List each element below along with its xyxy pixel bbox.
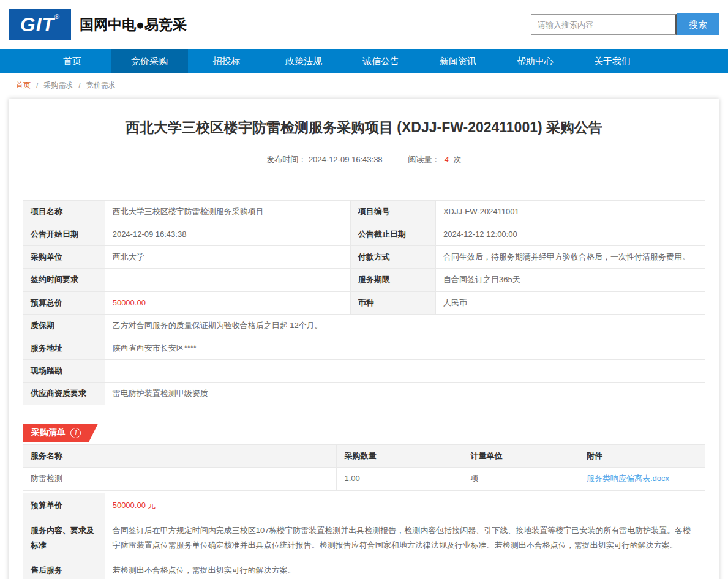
table-row: 现场踏勘 <box>23 359 705 382</box>
service-detail-table: 预算单价 50000.00 元 服务内容、要求及标准 合同签订后在甲方规定时间内… <box>23 493 705 579</box>
column-header-unit: 计量单位 <box>463 445 579 468</box>
info-value: XDJJ-FW-202411001 <box>435 201 705 223</box>
purchase-list-table: 服务名称 采购数量 计量单位 附件 防雷检测 1.00 项 服务类响应偏离表.d… <box>23 444 705 490</box>
info-label: 服务期限 <box>350 269 435 291</box>
dashed-divider <box>23 179 705 179</box>
info-value: 西北大学 <box>105 246 350 269</box>
info-label: 供应商资质要求 <box>23 383 105 405</box>
nav-item-home[interactable]: 首页 <box>34 49 111 73</box>
table-row: 服务内容、要求及标准 合同签订后在甲方规定时间内完成三校区107栋楼宇防雷装置检… <box>23 518 705 558</box>
info-label: 售后服务 <box>23 558 105 579</box>
table-row: 公告开始日期 2024-12-09 16:43:38 公告截止日期 2024-1… <box>23 223 705 246</box>
table-row: 采购单位 西北大学 付款方式 合同生效后，待服务期满并经甲方验收合格后，一次性付… <box>23 246 705 269</box>
table-row: 项目名称 西北大学三校区楼宇防雷检测服务采购项目 项目编号 XDJJ-FW-20… <box>23 201 705 223</box>
info-value: 雷电防护装置检测甲级资质 <box>105 383 705 405</box>
unit-cell: 项 <box>463 468 579 490</box>
purchase-list-count-badge: 1 <box>70 428 81 438</box>
brand-title: 国网中电●易竞采 <box>80 15 187 34</box>
table-row: 防雷检测 1.00 项 服务类响应偏离表.docx <box>23 468 705 490</box>
nav-item-tender[interactable]: 招投标 <box>188 49 265 73</box>
table-row: 签约时间要求 服务期限 自合同签订之日365天 <box>23 269 705 291</box>
top-bar: GIT ® 国网中电●易竞采 搜索 <box>0 0 728 49</box>
info-label: 公告截止日期 <box>350 223 435 246</box>
info-value: 合同生效后，待服务期满并经甲方验收合格后，一次性付清服务费用。 <box>435 246 705 269</box>
search-input[interactable] <box>531 14 677 35</box>
info-label: 签约时间要求 <box>23 269 105 291</box>
publish-time-label: 发布时间： <box>266 155 306 164</box>
publish-time-value: 2024-12-09 16:43:38 <box>309 155 383 164</box>
info-label: 服务内容、要求及标准 <box>23 518 105 558</box>
column-header-attachment: 附件 <box>579 445 705 468</box>
table-row: 预算单价 50000.00 元 <box>23 493 705 518</box>
column-header-quantity: 采购数量 <box>337 445 463 468</box>
info-label: 币种 <box>350 291 435 314</box>
table-row: 供应商资质要求 雷电防护装置检测甲级资质 <box>23 383 705 405</box>
info-value: 陕西省西安市长安区**** <box>105 337 705 359</box>
info-value: 2024-12-09 16:43:38 <box>105 223 350 246</box>
nav-item-integrity-notice[interactable]: 诚信公告 <box>342 49 419 73</box>
breadcrumb-separator: / <box>78 81 80 90</box>
breadcrumb: 首页 / 采购需求 / 竞价需求 <box>0 73 728 97</box>
project-info-table: 项目名称 西北大学三校区楼宇防雷检测服务采购项目 项目编号 XDJJ-FW-20… <box>23 200 705 405</box>
info-label: 采购单位 <box>23 246 105 269</box>
nav-item-competitive-purchase[interactable]: 竞价采购 <box>111 49 188 73</box>
logo-registered-mark: ® <box>54 13 59 40</box>
views-label: 阅读量： <box>408 155 440 164</box>
search-bar: 搜索 <box>531 13 719 35</box>
column-header-service-name: 服务名称 <box>23 445 337 468</box>
purchase-list-ribbon-label: 采购清单 <box>31 427 66 438</box>
nav-item-news[interactable]: 新闻资讯 <box>419 49 497 73</box>
info-value: 2024-12-12 12:00:00 <box>435 223 705 246</box>
nav-item-help[interactable]: 帮助中心 <box>497 49 574 73</box>
purchase-list-ribbon: 采购清单 1 <box>23 424 98 442</box>
info-label: 公告开始日期 <box>23 223 105 246</box>
quantity-cell: 1.00 <box>337 468 463 490</box>
info-label: 付款方式 <box>350 246 435 269</box>
views-unit: 次 <box>454 155 462 164</box>
attachment-link[interactable]: 服务类响应偏离表.docx <box>587 474 669 483</box>
info-label: 现场踏勘 <box>23 359 105 382</box>
budget-unit-price-value: 50000.00 元 <box>105 493 705 518</box>
info-value: 自合同签订之日365天 <box>435 269 705 291</box>
search-button[interactable]: 搜索 <box>677 13 719 35</box>
breadcrumb-competitive-demand[interactable]: 竞价需求 <box>86 80 116 91</box>
notice-card: 西北大学三校区楼宇防雷检测服务采购项目 (XDJJ-FW-202411001) … <box>9 99 719 579</box>
info-value: 人民币 <box>435 291 705 314</box>
info-label: 项目名称 <box>23 201 105 223</box>
breadcrumb-purchase-demand[interactable]: 采购需求 <box>43 80 73 91</box>
nav-item-policy[interactable]: 政策法规 <box>265 49 342 73</box>
table-row: 质保期 乙方对合同服务的质量保证期为验收合格后之日起 12个月。 <box>23 314 705 337</box>
notice-meta: 发布时间： 2024-12-09 16:43:38 阅读量： 4 次 <box>23 154 705 165</box>
info-label: 预算单价 <box>23 493 105 518</box>
attachment-cell: 服务类响应偏离表.docx <box>579 468 705 490</box>
table-row: 预算总价 50000.00 币种 人民币 <box>23 291 705 314</box>
info-value <box>105 269 350 291</box>
breadcrumb-home[interactable]: 首页 <box>16 80 31 91</box>
info-value <box>105 359 705 382</box>
table-header-row: 服务名称 采购数量 计量单位 附件 <box>23 445 705 468</box>
site-logo[interactable]: GIT ® <box>9 9 71 40</box>
info-label: 质保期 <box>23 314 105 337</box>
info-label: 预算总价 <box>23 291 105 314</box>
info-value: 乙方对合同服务的质量保证期为验收合格后之日起 12个月。 <box>105 314 705 337</box>
nav-item-about[interactable]: 关于我们 <box>574 49 651 73</box>
page-title: 西北大学三校区楼宇防雷检测服务采购项目 (XDJJ-FW-202411001) … <box>23 118 705 137</box>
breadcrumb-separator: / <box>36 81 38 90</box>
main-nav: 首页 竞价采购 招投标 政策法规 诚信公告 新闻资讯 帮助中心 关于我们 <box>0 49 728 73</box>
table-row: 服务地址 陕西省西安市长安区**** <box>23 337 705 359</box>
info-label: 服务地址 <box>23 337 105 359</box>
service-content-value: 合同签订后在甲方规定时间内完成三校区107栋楼宇防雷装置检测并出具检测报告，检测… <box>105 518 705 558</box>
table-row: 售后服务 若检测出不合格点位，需提出切实可行的解决方案。 <box>23 558 705 579</box>
logo-text: GIT <box>20 9 54 40</box>
info-label: 项目编号 <box>350 201 435 223</box>
budget-total-value: 50000.00 <box>105 291 350 314</box>
aftersale-value: 若检测出不合格点位，需提出切实可行的解决方案。 <box>105 558 705 579</box>
info-value: 西北大学三校区楼宇防雷检测服务采购项目 <box>105 201 350 223</box>
service-name-cell: 防雷检测 <box>23 468 337 490</box>
views-count: 4 <box>445 155 449 164</box>
